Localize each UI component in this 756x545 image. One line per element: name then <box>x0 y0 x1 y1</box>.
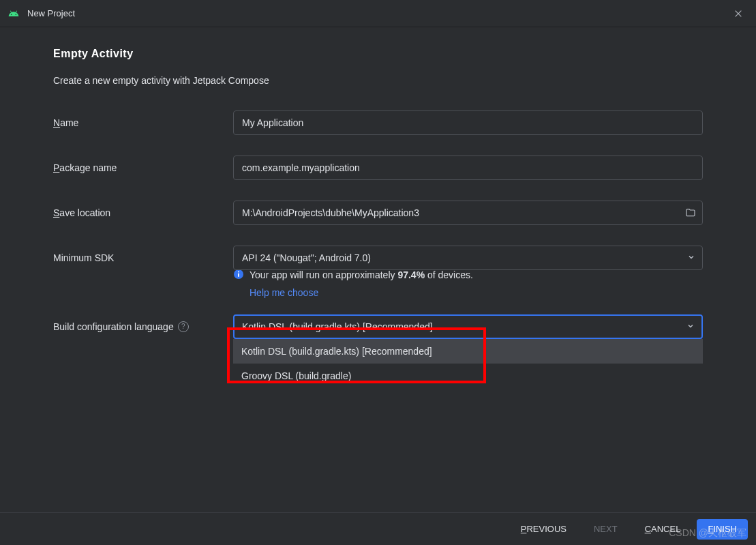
close-button[interactable] <box>729 4 748 23</box>
footer: PREVIOUS NEXT CANCEL FINISH <box>0 512 756 545</box>
dropdown-option-groovy[interactable]: Groovy DSL (build.gradle) <box>233 364 703 388</box>
android-icon <box>8 8 19 19</box>
help-icon[interactable]: ? <box>178 321 189 332</box>
label-min-sdk: Minimum SDK <box>53 252 233 263</box>
row-min-sdk: Minimum SDK API 24 ("Nougat"; Android 7.… <box>53 246 703 270</box>
svg-rect-1 <box>238 274 239 277</box>
titlebar: New Project <box>0 0 756 27</box>
build-config-select[interactable]: Kotlin DSL (build.gradle.kts) [Recommend… <box>233 314 703 339</box>
page-subtitle: Create a new empty activity with Jetpack… <box>53 75 703 86</box>
help-me-choose-link[interactable]: Help me choose <box>250 285 473 300</box>
label-name: Name <box>53 117 233 128</box>
min-sdk-select[interactable]: API 24 ("Nougat"; Android 7.0) <box>233 246 703 270</box>
label-package: Package name <box>53 162 233 173</box>
row-name: Name <box>53 111 703 135</box>
sdk-info: Your app will run on approximately 97.4%… <box>233 267 703 301</box>
build-config-value: Kotlin DSL (build.gradle.kts) [Recommend… <box>242 321 433 332</box>
sdk-info-text-pre: Your app will run on approximately <box>250 269 397 280</box>
chevron-down-icon <box>686 321 695 332</box>
sdk-info-text-post: of devices. <box>425 269 473 280</box>
next-button: NEXT <box>583 519 629 540</box>
row-save-location: Save location <box>53 201 703 225</box>
sdk-info-percentage: 97.4% <box>397 269 425 280</box>
svg-point-2 <box>238 271 239 273</box>
cancel-button[interactable]: CANCEL <box>634 519 692 540</box>
label-build-config: Build configuration language ? <box>53 321 233 332</box>
browse-folder-button[interactable] <box>685 207 696 218</box>
dropdown-option-kotlin[interactable]: Kotlin DSL (build.gradle.kts) [Recommend… <box>233 339 703 364</box>
label-save-location: Save location <box>53 207 233 218</box>
folder-icon <box>685 207 696 218</box>
package-input[interactable] <box>233 156 703 180</box>
finish-button[interactable]: FINISH <box>697 519 748 540</box>
chevron-down-icon <box>687 252 695 263</box>
name-input[interactable] <box>233 111 703 135</box>
info-icon <box>233 269 244 280</box>
page-title: Empty Activity <box>53 48 703 60</box>
previous-button[interactable]: PREVIOUS <box>510 519 577 540</box>
window-title: New Project <box>27 8 729 18</box>
close-icon <box>734 9 743 18</box>
content-area: Empty Activity Create a new empty activi… <box>0 27 756 339</box>
row-build-config: Build configuration language ? Kotlin DS… <box>53 314 703 339</box>
min-sdk-value: API 24 ("Nougat"; Android 7.0) <box>242 252 371 263</box>
build-config-dropdown: Kotlin DSL (build.gradle.kts) [Recommend… <box>233 339 703 388</box>
save-location-input[interactable] <box>233 201 703 225</box>
row-package: Package name <box>53 156 703 180</box>
